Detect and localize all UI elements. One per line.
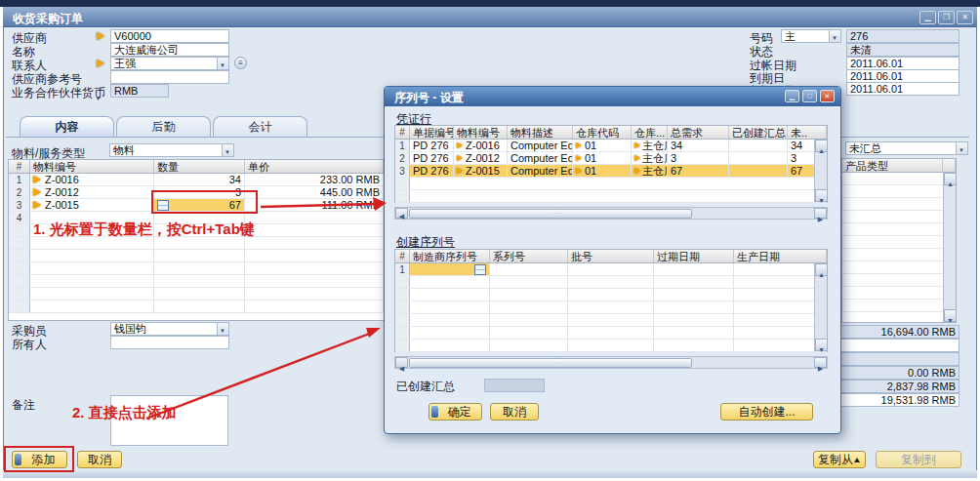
- link-arrow-icon[interactable]: [576, 155, 582, 161]
- minimize-icon[interactable]: ▁: [919, 11, 936, 24]
- due-date-input[interactable]: 2011.06.01: [846, 69, 960, 83]
- link-arrow-icon[interactable]: [634, 142, 640, 148]
- link-arrow-icon[interactable]: [634, 155, 640, 161]
- table-row[interactable]: 1: [395, 263, 827, 276]
- statusbar: [3, 470, 977, 478]
- scroll-left-icon[interactable]: [395, 208, 408, 219]
- tab-accounting[interactable]: 会计: [213, 116, 307, 138]
- scroll-down-icon[interactable]: [944, 309, 957, 322]
- restore-icon[interactable]: ❐: [938, 11, 955, 24]
- link-arrow-icon[interactable]: [457, 168, 463, 174]
- serial-number-dialog: 序列号 - 设置 ▁ □ ✕ 凭证行 # 单据编号 物料编号 物料描述 仓库代码…: [384, 86, 841, 434]
- scroll-up-icon[interactable]: [944, 173, 957, 185]
- table-row[interactable]: 1 PD 276 Z-0016 Computer Equipment 01 主仓…: [395, 140, 827, 152]
- tax-value: 2,837.98 RMB: [835, 380, 960, 393]
- chevron-down-icon[interactable]: [956, 142, 967, 154]
- link-arrow-icon[interactable]: [33, 201, 41, 209]
- cancel-button[interactable]: 取消: [77, 451, 122, 468]
- created-total-value: [484, 379, 545, 392]
- bp-currency-label[interactable]: 业务合作伙伴货币: [12, 85, 105, 101]
- table-row[interactable]: 2 PD 276 Z-0012 Computer Equipment 01 主仓…: [395, 152, 827, 165]
- link-arrow-icon[interactable]: [576, 168, 582, 174]
- expand-icon[interactable]: ≡: [234, 57, 247, 69]
- link-arrow-icon[interactable]: [576, 142, 582, 148]
- main-window-titlebar[interactable]: 收货采购订单 ▁ ❐ ✕: [3, 7, 977, 27]
- scrollbar[interactable]: [943, 173, 956, 322]
- created-total-label: 已创建汇总: [396, 379, 455, 395]
- scroll-down-icon[interactable]: [815, 189, 828, 202]
- buyer-dropdown[interactable]: 钱国钧: [110, 322, 229, 336]
- scrollbar[interactable]: [814, 263, 827, 351]
- scroll-left-icon[interactable]: [395, 357, 408, 368]
- link-arrow-icon[interactable]: [97, 32, 104, 40]
- owner-label: 所有人: [12, 337, 47, 353]
- detail-icon[interactable]: [157, 200, 169, 211]
- menu-arrow-icon: [854, 458, 860, 462]
- link-arrow-icon[interactable]: [457, 142, 463, 148]
- vendor-input[interactable]: V60000: [110, 29, 229, 43]
- scroll-up-icon[interactable]: [815, 263, 828, 276]
- ok-button[interactable]: 确定: [429, 403, 482, 421]
- table-row-selected[interactable]: 3 PD 276 Z-0015 Computer Equipment 01 主仓…: [395, 165, 827, 178]
- scroll-down-icon[interactable]: [815, 339, 828, 351]
- link-arrow-icon[interactable]: [457, 155, 463, 161]
- tab-content[interactable]: 内容: [20, 116, 114, 138]
- add-button[interactable]: 添加: [12, 451, 67, 468]
- summary-type-dropdown[interactable]: 未汇总: [845, 141, 968, 155]
- quantity-cell-active[interactable]: 67: [154, 199, 245, 211]
- tab-logistics[interactable]: 后勤: [116, 116, 211, 138]
- table-row: [395, 301, 827, 314]
- table-row: [395, 289, 827, 301]
- item-type-dropdown[interactable]: 物料: [109, 143, 234, 157]
- chevron-down-icon[interactable]: [217, 323, 228, 335]
- scrollbar-horizontal[interactable]: [394, 207, 828, 220]
- annotation-step2: 2. 直接点击添加: [72, 404, 177, 422]
- link-arrow-icon[interactable]: [33, 188, 41, 196]
- choose-from-list-icon[interactable]: [474, 264, 486, 275]
- auto-create-button[interactable]: 自动创建...: [720, 403, 813, 421]
- chevron-down-icon[interactable]: [217, 58, 228, 69]
- owner-input[interactable]: [110, 336, 229, 349]
- scroll-thumb[interactable]: [409, 358, 692, 368]
- link-arrow-icon[interactable]: [33, 176, 41, 183]
- table-row: [395, 340, 827, 352]
- maximize-icon[interactable]: □: [802, 90, 817, 102]
- freight-value: [835, 352, 960, 366]
- desktop-strip: [0, 0, 980, 7]
- doc-date-input[interactable]: 2011.06.01: [846, 82, 960, 96]
- posting-date-input[interactable]: 2011.06.01: [846, 57, 960, 70]
- discount-input[interactable]: [835, 339, 960, 352]
- scroll-right-icon[interactable]: [814, 208, 827, 219]
- chevron-down-icon[interactable]: [829, 30, 840, 42]
- scroll-thumb[interactable]: [409, 209, 692, 219]
- annotation-step1: 1. 光标置于数量栏，按Ctrl+Tab键: [33, 220, 255, 239]
- link-arrow-icon[interactable]: [634, 168, 640, 174]
- create-serials-table: # 制造商序列号 系列号 批号 过期日期 生产日期 1: [394, 249, 828, 352]
- window-title: 收货采购订单: [13, 11, 83, 27]
- chevron-down-icon[interactable]: [222, 144, 233, 156]
- copy-from-button[interactable]: 复制从: [813, 451, 866, 468]
- doc-no-type-dropdown[interactable]: 主: [781, 29, 841, 43]
- vendor-ref-input[interactable]: [110, 70, 229, 84]
- minimize-icon[interactable]: ▁: [785, 90, 799, 102]
- total-before-discount: 16,694.00 RMB: [835, 325, 960, 339]
- scroll-up-icon[interactable]: [815, 140, 828, 152]
- contact-dropdown[interactable]: 王强: [110, 57, 229, 70]
- link-arrow-icon[interactable]: [97, 60, 104, 67]
- rounding-value: 0.00 RMB: [835, 366, 960, 380]
- scroll-right-icon[interactable]: [814, 357, 827, 368]
- scrollbar-horizontal[interactable]: [394, 356, 828, 369]
- remarks-label: 备注: [12, 397, 35, 414]
- table-row: [395, 178, 827, 190]
- status-value: 未清: [846, 43, 960, 57]
- product-type-table: 产品类型: [841, 158, 957, 323]
- close-icon[interactable]: ✕: [957, 11, 973, 24]
- mfr-serial-input[interactable]: [410, 263, 490, 275]
- doc-rows-table: # 单据编号 物料编号 物料描述 仓库代码 仓库... 总需求 已创建汇总 未.…: [394, 125, 828, 203]
- close-icon[interactable]: ✕: [820, 90, 835, 102]
- chevron-down-icon[interactable]: [95, 87, 102, 104]
- scrollbar[interactable]: [814, 140, 827, 202]
- dialog-cancel-button[interactable]: 取消: [490, 403, 539, 421]
- dialog-titlebar[interactable]: 序列号 - 设置 ▁ □ ✕: [385, 87, 840, 106]
- name-input[interactable]: 大连威海公司: [110, 43, 229, 57]
